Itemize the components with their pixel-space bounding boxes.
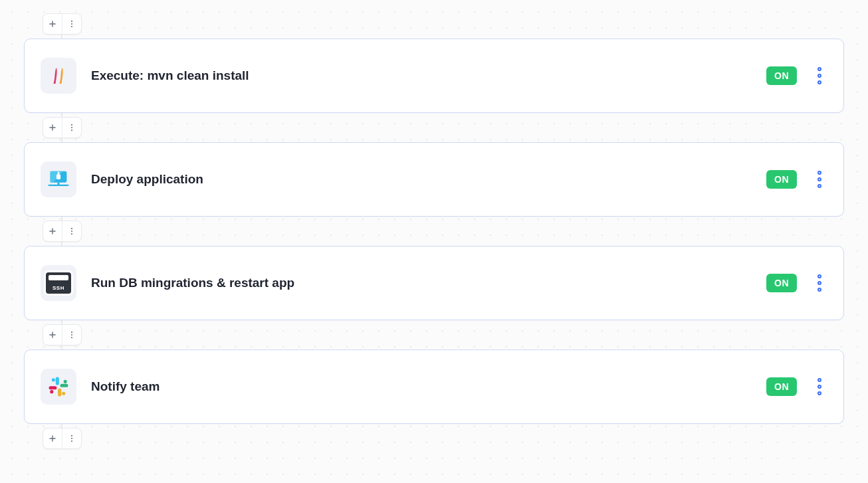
step-card-execute-mvn[interactable]: Execute: mvn clean install ON [24, 39, 844, 113]
dot-icon [817, 281, 821, 285]
svg-point-9 [71, 130, 72, 131]
svg-point-38 [71, 440, 72, 442]
svg-point-19 [71, 231, 72, 232]
step-actions-button[interactable] [812, 168, 827, 191]
dot-icon [817, 391, 821, 395]
connector-row [43, 13, 844, 35]
dot-icon [817, 378, 821, 382]
add-step-button[interactable] [43, 118, 62, 138]
svg-point-25 [71, 337, 72, 338]
step-actions-button[interactable] [812, 272, 827, 294]
step-title: Execute: mvn clean install [91, 68, 752, 83]
ssh-icon: SSH [41, 265, 76, 301]
svg-point-24 [71, 334, 72, 336]
step-actions-button[interactable] [812, 64, 827, 87]
dot-icon [817, 67, 821, 71]
connector-more-button[interactable] [62, 429, 81, 448]
svg-point-4 [71, 26, 72, 27]
connector-more-button[interactable] [62, 221, 81, 241]
svg-point-15 [57, 171, 59, 173]
toggle-on-badge[interactable]: ON [766, 377, 797, 396]
step-title: Notify team [91, 379, 752, 394]
connector-row [43, 428, 844, 449]
dot-icon [817, 184, 821, 188]
pipeline-flow: Execute: mvn clean install ON [24, 13, 844, 449]
svg-rect-27 [60, 384, 68, 387]
connector-row [43, 221, 844, 242]
connector-pill [43, 221, 82, 242]
connector-pill [43, 13, 82, 35]
dot-icon [817, 171, 821, 175]
dot-icon [817, 288, 821, 292]
add-step-button[interactable] [43, 221, 62, 241]
plus-icon [48, 123, 57, 132]
connector-pill [43, 324, 82, 345]
svg-point-20 [71, 233, 72, 235]
step-actions-button[interactable] [812, 375, 827, 398]
svg-rect-12 [57, 183, 59, 185]
plus-icon [48, 227, 57, 236]
svg-point-33 [50, 390, 53, 393]
step-card-run-db-migrations[interactable]: SSH Run DB mingrations & restart app ON [24, 246, 844, 320]
connector-row [43, 324, 844, 345]
dot-icon [817, 80, 821, 84]
more-vertical-icon [67, 434, 76, 443]
step-card-notify-team[interactable]: Notify team ON [24, 349, 844, 424]
deploy-icon [41, 161, 76, 197]
add-step-button[interactable] [43, 14, 62, 34]
svg-point-3 [71, 23, 72, 25]
svg-point-7 [71, 124, 72, 126]
add-step-button[interactable] [43, 325, 62, 345]
connector-more-button[interactable] [62, 14, 81, 34]
more-vertical-icon [67, 330, 76, 339]
connector-more-button[interactable] [62, 118, 81, 138]
connector-more-button[interactable] [62, 325, 81, 345]
svg-point-8 [71, 127, 72, 128]
dot-icon [817, 177, 821, 181]
slack-icon [41, 369, 76, 405]
dot-icon [817, 274, 821, 278]
more-vertical-icon [67, 123, 76, 132]
connector-pill [43, 428, 82, 449]
step-card-deploy-application[interactable]: Deploy application ON [24, 142, 844, 217]
plus-icon [48, 19, 57, 29]
add-step-button[interactable] [43, 429, 62, 448]
step-title: Deploy application [91, 172, 752, 187]
svg-point-30 [52, 378, 55, 381]
connector-pill [43, 117, 82, 138]
svg-point-2 [71, 21, 72, 22]
connector-row [43, 117, 844, 138]
ssh-label: SSH [53, 285, 64, 291]
svg-rect-28 [58, 389, 61, 397]
svg-point-23 [71, 332, 72, 333]
plus-icon [48, 330, 57, 339]
plus-icon [48, 434, 57, 443]
svg-point-18 [71, 228, 72, 229]
svg-rect-13 [56, 174, 60, 179]
more-vertical-icon [67, 19, 76, 29]
svg-point-36 [71, 435, 72, 436]
maven-icon [41, 58, 76, 94]
toggle-on-badge[interactable]: ON [766, 170, 797, 189]
svg-rect-29 [49, 386, 57, 389]
toggle-on-badge[interactable]: ON [766, 274, 797, 292]
svg-point-32 [62, 392, 65, 395]
dot-icon [817, 385, 821, 389]
svg-rect-26 [56, 377, 59, 385]
toggle-on-badge[interactable]: ON [766, 66, 797, 85]
dot-icon [817, 74, 821, 78]
svg-point-37 [71, 438, 72, 439]
svg-point-31 [64, 380, 67, 383]
more-vertical-icon [67, 227, 76, 236]
step-title: Run DB mingrations & restart app [91, 276, 752, 290]
